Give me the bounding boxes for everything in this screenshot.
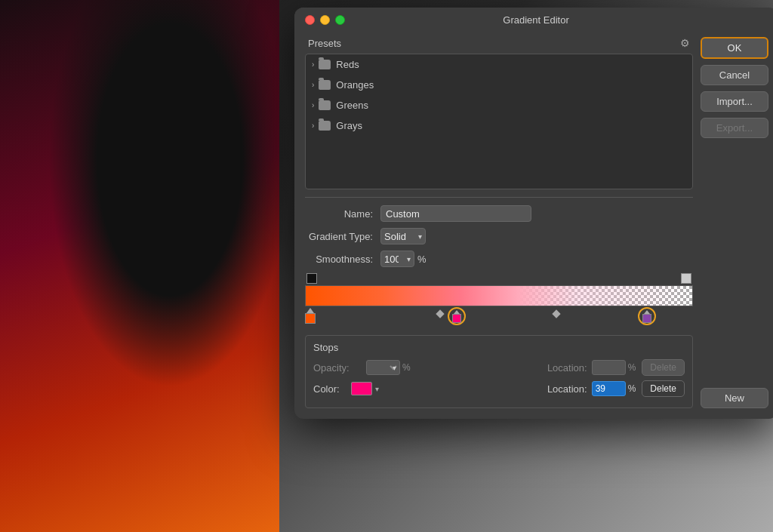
opacity-delete-button[interactable]: Delete: [642, 359, 685, 376]
gradient-type-select[interactable]: Solid Noise: [380, 228, 426, 244]
handle-ring: [448, 307, 466, 325]
diamond-icon: [436, 309, 444, 318]
opacity-location-label: Location:: [543, 362, 592, 374]
minimize-button[interactable]: [320, 15, 330, 25]
right-sidebar: OK Cancel Import... Export... New: [701, 31, 768, 408]
main-panel: Presets ⚙ › Reds › Oranges › Gre: [305, 31, 693, 408]
title-bar: Gradient Editor: [294, 8, 773, 31]
preset-item-label: Grays: [336, 120, 362, 131]
new-button[interactable]: New: [701, 388, 768, 408]
opacity-stop-row: [305, 273, 693, 284]
export-button[interactable]: Export...: [701, 118, 768, 138]
color-swatch-preview[interactable]: [351, 382, 372, 395]
preset-item-label: Greens: [336, 100, 368, 111]
bg-silhouette: [38, 0, 302, 532]
stops-title: Stops: [313, 342, 685, 353]
preset-item-label: Reds: [336, 59, 359, 70]
chevron-right-icon: ›: [312, 101, 314, 109]
midpoint-handle-2[interactable]: [553, 311, 559, 317]
folder-icon: [319, 121, 331, 131]
opacity-select-wrapper: [366, 360, 400, 375]
dialog-body: Presets ⚙ › Reds › Oranges › Gre: [294, 31, 773, 419]
stop-swatch-2: [642, 314, 651, 323]
list-item[interactable]: › Greens: [306, 95, 692, 115]
smoothness-select-wrapper: 100 75 50: [380, 251, 414, 267]
color-stop-0[interactable]: [305, 308, 316, 324]
smoothness-label: Smoothness:: [305, 254, 380, 265]
color-stop-39-ring[interactable]: [448, 307, 466, 325]
presets-label: Presets: [308, 38, 341, 49]
list-item[interactable]: › Grays: [306, 115, 692, 136]
gradient-area: [305, 273, 693, 328]
gradient-fill: [306, 286, 692, 306]
folder-icon: [319, 80, 331, 90]
maximize-button[interactable]: [335, 15, 345, 25]
divider: [305, 197, 693, 198]
cancel-button[interactable]: Cancel: [701, 65, 768, 85]
import-button[interactable]: Import...: [701, 91, 768, 112]
gradient-type-row: Gradient Type: Solid Noise: [305, 228, 693, 244]
midpoint-handle-1[interactable]: [437, 311, 443, 317]
close-button[interactable]: [305, 15, 315, 25]
smoothness-row: Smoothness: 100 75 50 %: [305, 251, 693, 267]
list-item[interactable]: › Oranges: [306, 75, 692, 95]
chevron-right-icon: ›: [312, 60, 314, 69]
spacer-right: [701, 144, 768, 382]
list-item[interactable]: › Reds: [306, 54, 692, 75]
name-label: Name:: [305, 208, 380, 220]
gradient-bar[interactable]: [305, 285, 693, 306]
opacity-label: Opacity:: [313, 362, 366, 374]
opacity-stop-black[interactable]: [306, 273, 317, 284]
name-row: Name:: [305, 205, 693, 222]
opacity-select[interactable]: [366, 360, 400, 375]
stop-inner-2: [642, 310, 651, 323]
opacity-location-input[interactable]: [592, 360, 626, 375]
chevron-right-icon: ›: [312, 121, 314, 130]
dialog-title: Gradient Editor: [503, 14, 568, 26]
gradient-type-select-wrapper: Solid Noise: [380, 228, 426, 244]
name-input[interactable]: [380, 205, 531, 222]
smoothness-unit: %: [417, 254, 427, 265]
preset-item-label: Oranges: [336, 79, 374, 91]
ok-button[interactable]: OK: [701, 37, 768, 59]
color-delete-button[interactable]: Delete: [642, 380, 685, 397]
folder-icon: [319, 60, 331, 69]
stop-arrow-up: [306, 308, 314, 313]
traffic-lights: [305, 15, 345, 25]
opacity-unit: %: [402, 362, 411, 373]
stop-swatch: [452, 314, 461, 323]
color-label: Color:: [313, 383, 351, 395]
color-location-unit: %: [628, 383, 636, 394]
color-row: Color: ▾ Location: % Delete: [313, 380, 685, 397]
color-location-label: Location:: [543, 383, 592, 395]
color-stops-row: [305, 308, 693, 328]
smoothness-select[interactable]: 100 75 50: [380, 251, 414, 267]
swatch-dropdown-arrow[interactable]: ▾: [375, 385, 379, 393]
chevron-right-icon: ›: [312, 81, 314, 89]
opacity-location-unit: %: [628, 362, 636, 373]
folder-icon: [319, 100, 331, 110]
gear-icon[interactable]: ⚙: [680, 37, 690, 49]
color-location-input[interactable]: [592, 381, 626, 396]
color-stop-88-ring[interactable]: [638, 307, 656, 325]
diamond-icon: [552, 309, 560, 318]
stop-inner: [452, 310, 461, 323]
stop-swatch: [305, 313, 316, 324]
presets-list[interactable]: › Reds › Oranges › Greens › Gray: [305, 54, 693, 189]
opacity-stop-white[interactable]: [681, 273, 691, 284]
presets-header: Presets ⚙: [305, 31, 693, 54]
stops-section: Stops Opacity: % Location: % Delete: [305, 335, 693, 408]
handle-ring-2: [638, 307, 656, 325]
opacity-row: Opacity: % Location: % Delete: [313, 359, 685, 376]
gradient-type-label: Gradient Type:: [305, 231, 380, 242]
gradient-editor-dialog: Gradient Editor Presets ⚙ › Reds › Or: [294, 8, 773, 419]
